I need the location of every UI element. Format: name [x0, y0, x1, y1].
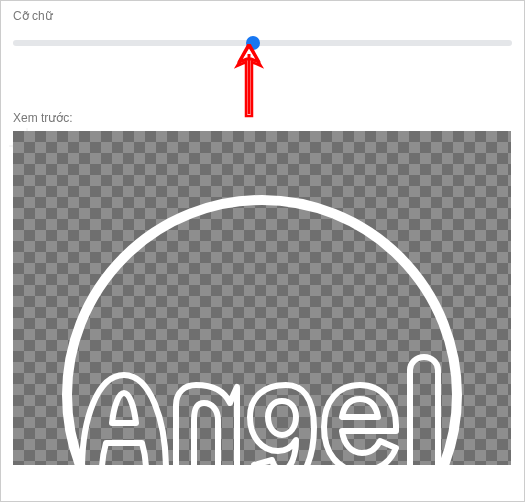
slider-thumb[interactable] [246, 36, 260, 50]
font-size-label: Cỡ chữ [13, 9, 512, 23]
preview-label: Xem trước: [13, 111, 512, 125]
slider-track [13, 40, 512, 46]
preview-canvas [13, 131, 511, 465]
font-size-slider[interactable] [13, 33, 512, 53]
preview-text-art [42, 175, 482, 465]
